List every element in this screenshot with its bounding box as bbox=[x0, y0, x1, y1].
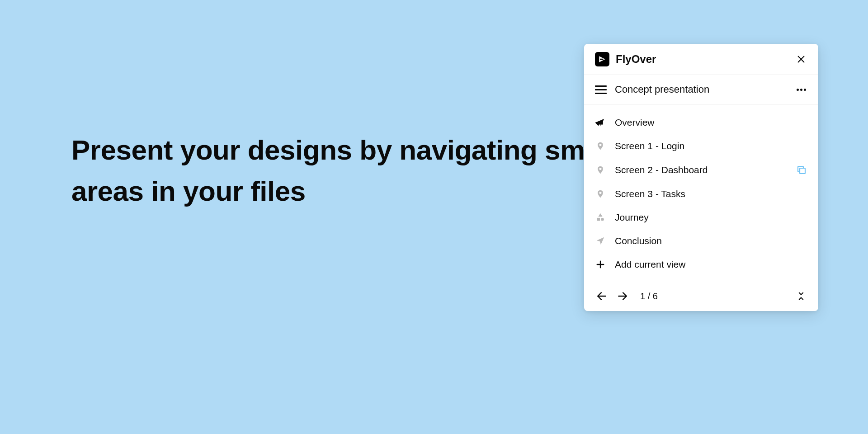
next-button[interactable] bbox=[616, 289, 629, 303]
panel-subheader: Concept presentation bbox=[584, 75, 818, 104]
slide-label: Overview bbox=[615, 117, 655, 128]
svg-rect-5 bbox=[800, 168, 805, 174]
pin-icon bbox=[595, 189, 606, 199]
arrow-outline-icon bbox=[595, 236, 606, 246]
svg-rect-0 bbox=[600, 59, 604, 60]
app-name: FlyOver bbox=[616, 53, 656, 66]
panel-footer: 1 / 6 bbox=[584, 281, 818, 311]
slide-item-overview[interactable]: Overview bbox=[584, 111, 818, 134]
slide-item-screen-1[interactable]: Screen 1 - Login bbox=[584, 134, 818, 158]
slide-item-conclusion[interactable]: Conclusion bbox=[584, 229, 818, 253]
collapse-button[interactable] bbox=[795, 290, 807, 302]
prev-button[interactable] bbox=[595, 289, 609, 303]
copy-icon[interactable] bbox=[796, 164, 807, 176]
slide-item-screen-3[interactable]: Screen 3 - Tasks bbox=[584, 182, 818, 206]
close-button[interactable] bbox=[795, 53, 807, 66]
slide-label: Screen 3 - Tasks bbox=[615, 189, 685, 199]
slide-item-screen-2[interactable]: Screen 2 - Dashboard bbox=[584, 158, 818, 182]
svg-rect-7 bbox=[597, 218, 600, 221]
slide-label: Journey bbox=[615, 212, 649, 223]
slide-item-journey[interactable]: Journey bbox=[584, 206, 818, 229]
add-label: Add current view bbox=[615, 259, 685, 270]
slide-label: Screen 1 - Login bbox=[615, 141, 684, 151]
pin-icon bbox=[595, 165, 606, 175]
add-current-view-button[interactable]: Add current view bbox=[584, 253, 818, 276]
plus-icon bbox=[595, 259, 606, 270]
more-options-button[interactable] bbox=[795, 83, 807, 96]
slide-label: Screen 2 - Dashboard bbox=[615, 165, 708, 175]
slide-label: Conclusion bbox=[615, 236, 662, 246]
pin-icon bbox=[595, 141, 606, 151]
app-logo-icon bbox=[595, 52, 609, 66]
presentation-title: Concept presentation bbox=[615, 84, 709, 95]
menu-icon[interactable] bbox=[595, 84, 607, 95]
page-counter: 1 / 6 bbox=[640, 291, 658, 302]
shapes-icon bbox=[595, 212, 606, 223]
arrow-filled-icon bbox=[595, 117, 606, 128]
slides-list: Overview Screen 1 - Login Screen 2 - Das… bbox=[584, 104, 818, 281]
svg-point-3 bbox=[599, 144, 602, 146]
svg-point-6 bbox=[599, 192, 602, 194]
panel-header: FlyOver bbox=[584, 44, 818, 75]
flyover-panel: FlyOver Concept presentation Overview bbox=[584, 44, 818, 311]
svg-point-8 bbox=[601, 218, 604, 221]
svg-point-4 bbox=[599, 168, 602, 170]
